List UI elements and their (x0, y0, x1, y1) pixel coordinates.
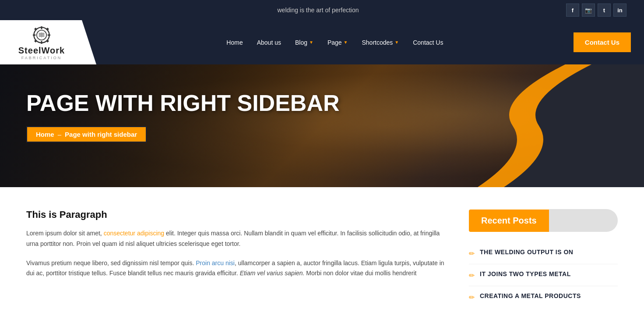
recent-posts-tail (549, 209, 618, 232)
logo-sub: FABRICATION (21, 56, 62, 60)
instagram-icon[interactable]: 📷 (582, 4, 595, 17)
list-item: ✏ IT JOINS TWO TYPES METAL (469, 264, 618, 286)
svg-rect-4 (33, 34, 35, 36)
content-area: This is Paragraph Lorem ipsum dolor sit … (26, 209, 451, 308)
pencil-icon-3: ✏ (469, 293, 475, 302)
breadcrumb-home: Home (36, 131, 54, 138)
sidebar: Recent Posts ✏ THE WELDING OUTPUT IS ON … (469, 209, 618, 308)
tagline: welding is the art of perfection (70, 7, 566, 14)
blog-dropdown-arrow: ▼ (309, 40, 313, 45)
svg-rect-9 (46, 39, 49, 43)
post-title-1[interactable]: THE WELDING OUTPUT IS ON (480, 249, 573, 256)
para2-link[interactable]: Proin arcu nisi (196, 259, 235, 266)
main-layout: This is Paragraph Lorem ipsum dolor sit … (0, 187, 644, 309)
facebook-icon[interactable]: f (566, 4, 579, 17)
post-title-2[interactable]: IT JOINS TWO TYPES METAL (480, 270, 571, 277)
svg-rect-6 (34, 28, 37, 31)
svg-rect-5 (48, 34, 50, 36)
logo-area: SteelWork FABRICATION (0, 20, 96, 64)
top-bar: welding is the art of perfection f 📷 t i… (0, 0, 644, 20)
twitter-icon[interactable]: t (598, 4, 611, 17)
breadcrumb-current: Page with right sidebar (65, 131, 137, 138)
pencil-icon-2: ✏ (469, 271, 475, 280)
svg-rect-2 (41, 26, 42, 29)
para1-before: Lorem ipsum dolor sit amet, (26, 230, 104, 237)
svg-rect-3 (41, 41, 42, 44)
logo-brand: SteelWork (18, 46, 65, 56)
breadcrumb: Home – Page with right sidebar (26, 126, 147, 142)
hero-section: PAGE WITH RIGHT SIDEBAR Home – Page with… (0, 64, 644, 187)
para1-link[interactable]: consectetur adipiscing (104, 230, 165, 237)
recent-posts-list: ✏ THE WELDING OUTPUT IS ON ✏ IT JOINS TW… (469, 242, 618, 308)
navbar: SteelWork FABRICATION Home About us Blog… (0, 20, 644, 64)
paragraph-title: This is Paragraph (26, 209, 451, 220)
list-item: ✏ CREATING A METAL PRODUCTS (469, 286, 618, 308)
para2-before: Vivamus pretium neque libero, sed dignis… (26, 259, 196, 266)
para2-end: Morbi non dolor vitae dui mollis hendrer… (304, 270, 416, 277)
logo-icon (31, 25, 52, 46)
pencil-icon-1: ✏ (469, 249, 475, 258)
shortcodes-dropdown-arrow: ▼ (394, 40, 399, 45)
nav-shortcodes[interactable]: Shortcodes ▼ (356, 36, 405, 50)
nav-blog[interactable]: Blog ▼ (289, 36, 320, 50)
nav-home[interactable]: Home (220, 36, 249, 50)
recent-posts-header: Recent Posts (469, 209, 618, 232)
contact-us-button[interactable]: Contact Us (574, 32, 631, 52)
svg-rect-7 (46, 28, 49, 31)
recent-posts-title: Recent Posts (469, 210, 549, 232)
paragraph-1: Lorem ipsum dolor sit amet, consectetur … (26, 228, 451, 249)
para2-italic: Etiam vel varius sapien. (240, 270, 305, 277)
hero-title: PAGE WITH RIGHT SIDEBAR (26, 91, 618, 116)
post-title-3[interactable]: CREATING A METAL PRODUCTS (480, 292, 581, 299)
nav-links: Home About us Blog ▼ Page ▼ Shortcodes ▼… (96, 36, 574, 50)
nav-contact[interactable]: Contact Us (407, 36, 449, 50)
page-dropdown-arrow: ▼ (344, 40, 348, 45)
nav-about[interactable]: About us (251, 36, 287, 50)
social-icons: f 📷 t in (566, 4, 626, 17)
svg-rect-8 (34, 39, 37, 43)
list-item: ✏ THE WELDING OUTPUT IS ON (469, 242, 618, 264)
linkedin-icon[interactable]: in (613, 4, 626, 17)
nav-page[interactable]: Page ▼ (321, 36, 354, 50)
breadcrumb-separator: – (58, 131, 61, 138)
hero-content: PAGE WITH RIGHT SIDEBAR Home – Page with… (0, 64, 644, 160)
paragraph-2: Vivamus pretium neque libero, sed dignis… (26, 258, 451, 279)
